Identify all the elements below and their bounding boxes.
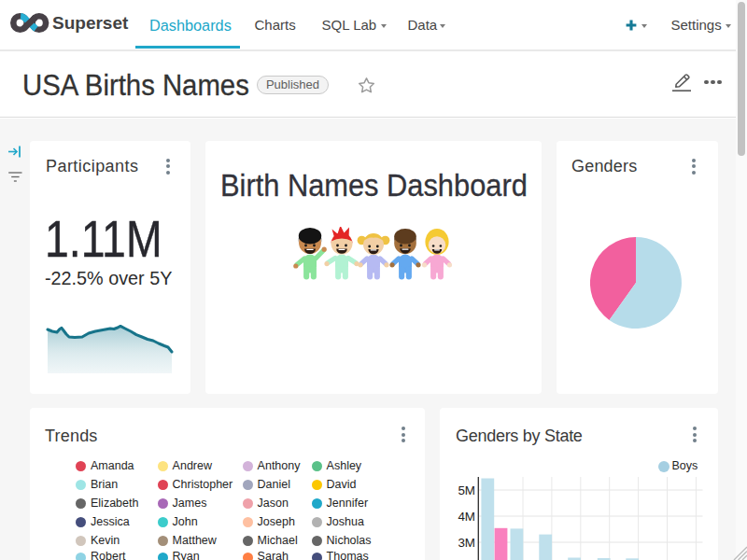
svg-text:5M: 5M [458, 483, 475, 497]
svg-text:3M: 3M [458, 536, 475, 550]
svg-text:4M: 4M [458, 510, 475, 524]
